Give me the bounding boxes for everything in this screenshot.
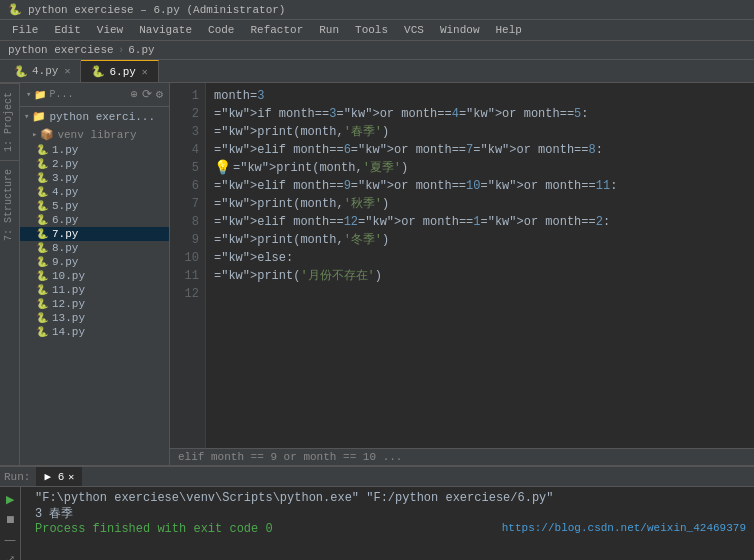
sidebar-project-label[interactable]: ▾ 📁 P... [26, 89, 73, 101]
py-icon: 🐍 [36, 242, 48, 254]
sidebar-file-11py[interactable]: 🐍11.py [20, 283, 169, 297]
menu-bar: FileEditViewNavigateCodeRefactorRunTools… [0, 20, 754, 41]
line-num-4: 4 [174, 141, 199, 159]
sidebar-actions: ⊕ ⟳ ⚙ [131, 87, 163, 102]
code-line-9: ="kw">print(month,'冬季') [214, 231, 746, 249]
menu-edit[interactable]: Edit [46, 22, 88, 38]
venv-icon: 📦 [40, 128, 54, 141]
file-tree: ▾ 📁 python exerci... ▸ 📦 venv library 🐍1… [20, 107, 169, 465]
menu-window[interactable]: Window [432, 22, 488, 38]
sidebar-project-icon: 📁 [34, 89, 46, 101]
code-content[interactable]: month = 3="kw">if month == 3 ="kw">or mo… [206, 83, 754, 448]
sidebar-file-5py[interactable]: 🐍5.py [20, 199, 169, 213]
terminal-line: Process finished with exit code 0https:/… [35, 522, 746, 536]
lightbulb-icon: 💡 [214, 159, 231, 177]
tab-6py[interactable]: 🐍 6.py ✕ [81, 60, 158, 82]
stop-button[interactable]: ⏹ [2, 511, 18, 527]
tree-python-exerciese[interactable]: ▾ 📁 python exerci... [20, 107, 169, 126]
line-num-8: 8 [174, 213, 199, 231]
code-line-4: ="kw">elif month == 6 ="kw">or month == … [214, 141, 746, 159]
py-icon: 🐍 [36, 214, 48, 226]
venv-label: venv library [57, 129, 136, 141]
sidebar-file-7py[interactable]: 🐍7.py [20, 227, 169, 241]
sidebar-file-2py[interactable]: 🐍2.py [20, 157, 169, 171]
editor-status: elif month == 9 or month == 10 ... [170, 448, 754, 465]
code-area: 123456789101112 month = 3="kw">if month … [170, 83, 754, 448]
code-line-5: 💡 ="kw">print(month,'夏季') [214, 159, 746, 177]
py-icon: 🐍 [36, 158, 48, 170]
py-icon: 🐍 [36, 144, 48, 156]
tab-6py-label: 6.py [109, 66, 135, 78]
sidebar-file-10py[interactable]: 🐍10.py [20, 269, 169, 283]
tab-6py-close[interactable]: ✕ [142, 66, 148, 78]
line-num-3: 3 [174, 123, 199, 141]
tab-4py-close[interactable]: ✕ [64, 65, 70, 77]
breadcrumb-project[interactable]: python exerciese [8, 44, 114, 56]
line-num-12: 12 [174, 285, 199, 303]
sidebar-action-gear[interactable]: ⚙ [156, 87, 163, 102]
tree-project-name: python exerci... [49, 111, 155, 123]
menu-file[interactable]: File [4, 22, 46, 38]
left-tab-project[interactable]: 1: Project [0, 83, 19, 160]
file-label: 11.py [52, 284, 85, 296]
terminal-url: https://blog.csdn.net/weixin_42469379 [502, 522, 746, 534]
sidebar-action-plus[interactable]: ⊕ [131, 87, 138, 102]
editor: 123456789101112 month = 3="kw">if month … [170, 83, 754, 465]
code-line-12 [214, 285, 746, 303]
file-label: 5.py [52, 200, 78, 212]
line-num-11: 11 [174, 267, 199, 285]
py-icon: 🐍 [36, 326, 48, 338]
code-line-7: ="kw">print(month,'秋季') [214, 195, 746, 213]
breadcrumb-file[interactable]: 6.py [128, 44, 154, 56]
terminal-tab-close[interactable]: ✕ [68, 471, 74, 483]
file-label: 1.py [52, 144, 78, 156]
terminal-tab-6[interactable]: ▶ 6 ✕ [36, 467, 82, 486]
terminal-left-buttons: ▶ ⏹ — ⤢ [0, 487, 21, 560]
run-label: Run: [4, 471, 30, 483]
code-line-3: ="kw">print(month,'春季') [214, 123, 746, 141]
sidebar-action-sync[interactable]: ⟳ [142, 87, 152, 102]
sidebar-file-8py[interactable]: 🐍8.py [20, 241, 169, 255]
process-text: Process finished with exit code 0 [35, 522, 273, 536]
file-label: 2.py [52, 158, 78, 170]
file-label: 12.py [52, 298, 85, 310]
terminal-line: "F:\python exerciese\venv\Scripts\python… [35, 491, 746, 505]
run-button[interactable]: ▶ [2, 491, 18, 507]
menu-run[interactable]: Run [311, 22, 347, 38]
app-icon: 🐍 [8, 3, 22, 16]
sidebar-file-13py[interactable]: 🐍13.py [20, 311, 169, 325]
menu-help[interactable]: Help [488, 22, 530, 38]
sidebar-file-3py[interactable]: 🐍3.py [20, 171, 169, 185]
menu-vcs[interactable]: VCS [396, 22, 432, 38]
file-label: 8.py [52, 242, 78, 254]
py-icon: 🐍 [36, 298, 48, 310]
sidebar-file-1py[interactable]: 🐍1.py [20, 143, 169, 157]
sidebar-file-12py[interactable]: 🐍12.py [20, 297, 169, 311]
sidebar-file-9py[interactable]: 🐍9.py [20, 255, 169, 269]
sidebar-file-14py[interactable]: 🐍14.py [20, 325, 169, 339]
breadcrumb-separator: › [118, 44, 125, 56]
code-line-2: ="kw">if month == 3 ="kw">or month == 4 … [214, 105, 746, 123]
left-tabs: 1: Project 7: Structure [0, 83, 20, 465]
menu-navigate[interactable]: Navigate [131, 22, 200, 38]
tree-venv[interactable]: ▸ 📦 venv library [20, 126, 169, 143]
line-num-6: 6 [174, 177, 199, 195]
menu-refactor[interactable]: Refactor [242, 22, 311, 38]
terminal-btn-4[interactable]: ⤢ [2, 551, 18, 560]
menu-tools[interactable]: Tools [347, 22, 396, 38]
terminal-tabs: Run: ▶ 6 ✕ [0, 467, 754, 487]
title-bar: 🐍 python exerciese – 6.py (Administrator… [0, 0, 754, 20]
sidebar-file-4py[interactable]: 🐍4.py [20, 185, 169, 199]
code-line-10: ="kw">else: [214, 249, 746, 267]
py-icon: 🐍 [36, 270, 48, 282]
menu-code[interactable]: Code [200, 22, 242, 38]
breadcrumb: python exerciese › 6.py [0, 41, 754, 60]
terminal-inner: ▶ ⏹ — ⤢ "F:\python exerciese\venv\Script… [0, 487, 754, 560]
sidebar-file-6py[interactable]: 🐍6.py [20, 213, 169, 227]
terminal-btn-3[interactable]: — [2, 531, 18, 547]
code-line-11: ="kw">print('月份不存在') [214, 267, 746, 285]
tab-4py[interactable]: 🐍 4.py ✕ [4, 61, 81, 82]
file-label: 3.py [52, 172, 78, 184]
menu-view[interactable]: View [89, 22, 131, 38]
left-tab-structure[interactable]: 7: Structure [0, 160, 19, 249]
